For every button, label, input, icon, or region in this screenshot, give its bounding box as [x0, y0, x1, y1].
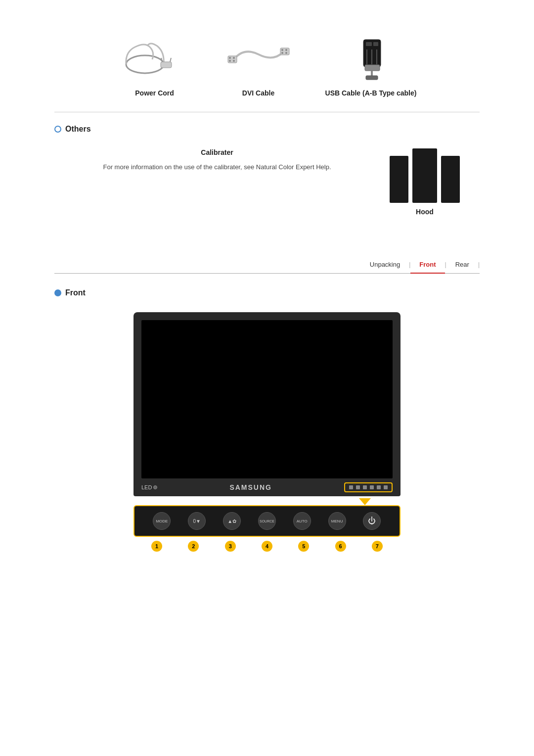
power-icon: ⏻: [363, 512, 381, 530]
mode-button[interactable]: MODE: [153, 512, 171, 530]
source-button[interactable]: SOURCE: [258, 512, 276, 530]
badge-6: 6: [335, 541, 346, 552]
btn-dot-3: [363, 485, 367, 489]
svg-point-9: [233, 60, 235, 62]
menu-icon: MENU: [328, 512, 346, 530]
svg-line-2: [161, 58, 162, 62]
svg-point-0: [126, 55, 164, 73]
front-section: Front LED SAMSUNG: [54, 284, 480, 561]
monitor-container: LED SAMSUNG: [54, 312, 480, 556]
tab-unpacking[interactable]: Unpacking: [361, 258, 409, 271]
badge-7: 7: [372, 541, 383, 552]
svg-rect-4: [228, 56, 237, 63]
others-bullet-icon: [54, 126, 61, 133]
usb-cable-label: USB Cable (A-B Type cable): [325, 89, 417, 97]
dvi-cable-image: [222, 35, 296, 84]
calibrater-row: Calibrater For more information on the u…: [54, 143, 480, 221]
hood-panel-center: [412, 148, 437, 203]
svg-rect-15: [366, 42, 372, 46]
monitor-assembly: LED SAMSUNG: [134, 312, 400, 556]
svg-point-8: [233, 57, 235, 59]
auto-icon: AUTO: [293, 512, 311, 530]
arrow-down-icon: [359, 498, 371, 505]
btn-dot-1: [349, 485, 353, 489]
hood-panel-left: [390, 156, 408, 203]
usb-cable-image: [334, 35, 408, 84]
arrow-down-indicator: [134, 498, 400, 505]
front-header: Front: [54, 288, 480, 297]
usb-cable-item: USB Cable (A-B Type cable): [325, 35, 417, 97]
led-label: LED: [141, 484, 157, 490]
control-panel: MODE 0▼ ▲✿: [134, 505, 400, 537]
power-cord-image: [118, 35, 192, 84]
svg-point-10: [281, 49, 283, 51]
power-cord-label: Power Cord: [135, 89, 174, 97]
number-badges: 1 2 3 4 5 6 7: [134, 537, 400, 556]
calibrater-text-block: Calibrater For more information on the u…: [74, 148, 360, 172]
svg-line-3: [170, 58, 171, 62]
usb-cable-svg: [336, 37, 405, 82]
others-title: Others: [65, 125, 91, 134]
svg-point-6: [229, 57, 231, 59]
hood-panel-right: [441, 156, 460, 203]
monitor-bottom-bar: LED SAMSUNG: [134, 478, 400, 496]
front-title: Front: [65, 288, 86, 297]
calibrater-description: For more information on the use of the c…: [74, 162, 360, 172]
tab-front[interactable]: Front: [410, 258, 445, 271]
power-button[interactable]: ⏻: [363, 512, 381, 530]
button-group-highlight: [344, 482, 393, 492]
source-icon: SOURCE: [258, 512, 276, 530]
svg-point-13: [285, 52, 287, 54]
dvi-cable-item: DVI Cable: [222, 35, 296, 97]
svg-rect-20: [365, 65, 380, 71]
mode-icon: MODE: [153, 512, 171, 530]
svg-point-7: [229, 60, 231, 62]
badge-3: 3: [225, 541, 236, 552]
svg-rect-5: [280, 48, 289, 55]
tab-sep-3: |: [478, 261, 480, 268]
zero-down-button[interactable]: 0▼: [188, 512, 206, 530]
svg-rect-1: [161, 62, 172, 68]
tab-rear[interactable]: Rear: [446, 258, 478, 271]
others-section: Others Calibrater For more information o…: [54, 117, 480, 228]
accessories-row: Power Cord DVI Cable: [54, 20, 480, 107]
svg-rect-16: [373, 42, 378, 46]
nav-tabs: Unpacking | Front | Rear |: [361, 258, 480, 271]
badge-2: 2: [188, 541, 199, 552]
hood-area: Hood: [390, 148, 460, 216]
dvi-cable-svg: [224, 37, 293, 82]
monitor-body: [134, 312, 400, 478]
btn-dot-6: [384, 485, 388, 489]
up-brightness-icon: ▲✿: [223, 512, 241, 530]
nav-tabs-container: Unpacking | Front | Rear |: [54, 258, 480, 274]
led-indicator: [153, 485, 157, 489]
badge-4: 4: [262, 541, 272, 552]
monitor-screen: [141, 320, 393, 478]
hood-image: [390, 148, 460, 203]
dvi-cable-label: DVI Cable: [242, 89, 274, 97]
svg-point-12: [285, 49, 287, 51]
badge-1: 1: [151, 541, 162, 552]
zero-down-icon: 0▼: [188, 512, 206, 530]
power-cord-item: Power Cord: [118, 35, 192, 97]
up-brightness-button[interactable]: ▲✿: [223, 512, 241, 530]
samsung-brand: SAMSUNG: [162, 483, 339, 491]
front-bullet-icon: [54, 289, 61, 296]
power-cord-svg: [120, 37, 189, 82]
calibrater-title: Calibrater: [74, 148, 360, 156]
hood-label: Hood: [416, 208, 434, 216]
btn-dot-2: [356, 485, 360, 489]
auto-button[interactable]: AUTO: [293, 512, 311, 530]
others-header: Others: [54, 125, 480, 134]
menu-button[interactable]: MENU: [328, 512, 346, 530]
svg-rect-21: [366, 76, 378, 80]
badge-5: 5: [298, 541, 309, 552]
section-divider: [54, 112, 480, 112]
svg-point-11: [281, 52, 283, 54]
btn-dot-4: [370, 485, 374, 489]
btn-dot-5: [377, 485, 381, 489]
